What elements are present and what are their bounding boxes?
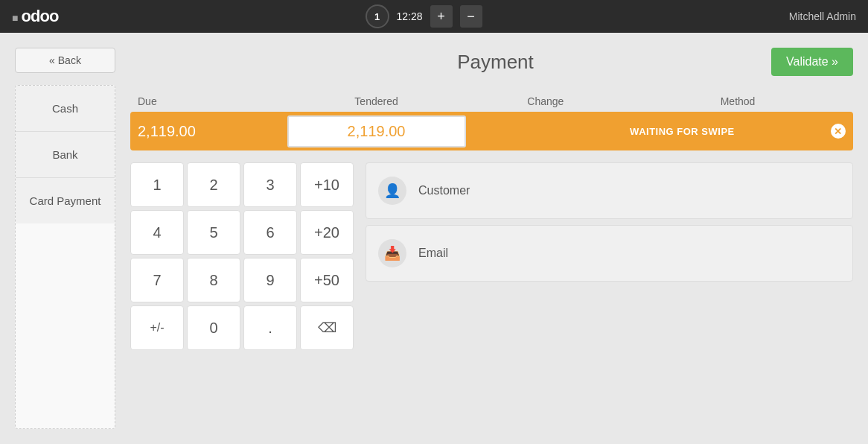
payment-method-cash[interactable]: Cash [16, 86, 115, 132]
main-content: « Back Cash Bank Card Payment Payment Va… [0, 33, 868, 444]
num-btn-plus20[interactable]: +20 [300, 210, 354, 255]
num-btn-8[interactable]: 8 [187, 258, 240, 302]
topbar-user: Mitchell Admin [789, 10, 856, 22]
email-button[interactable]: 📥 Email [366, 225, 853, 282]
topbar-center: 1 12:28 + − [366, 4, 482, 28]
right-panel: 👤 Customer 📥 Email [366, 162, 853, 429]
payment-row: 2,119.00 2,119.00 WAITING FOR SWIPE ✕ [130, 112, 853, 150]
num-btn-plus10[interactable]: +10 [300, 162, 354, 207]
topbar: ■ odoo 1 12:28 + − Mitchell Admin [0, 0, 868, 33]
num-btn-plus50[interactable]: +50 [300, 258, 354, 302]
num-btn-3[interactable]: 3 [243, 162, 297, 207]
col-due: Due [130, 95, 284, 107]
close-payment-button[interactable]: ✕ [831, 124, 846, 139]
num-btn-9[interactable]: 9 [243, 258, 297, 302]
customer-label: Customer [418, 184, 470, 197]
num-btn-backspace[interactable]: ⌫ [300, 305, 354, 350]
num-btn-dot[interactable]: . [243, 305, 297, 350]
topbar-time: 12:28 [397, 10, 423, 22]
col-tendered: Tendered [284, 95, 469, 107]
num-btn-6[interactable]: 6 [243, 210, 297, 255]
change-amount [469, 125, 623, 137]
center-panel: Payment Validate » Due Tendered Change M… [130, 48, 853, 429]
page-title-row: Payment Validate » [130, 48, 853, 76]
payment-table-header: Due Tendered Change Method [130, 91, 853, 112]
num-btn-1[interactable]: 1 [130, 162, 184, 207]
num-btn-7[interactable]: 7 [130, 258, 184, 302]
add-session-button[interactable]: + [430, 5, 453, 28]
num-btn-4[interactable]: 4 [130, 210, 184, 255]
num-btn-2[interactable]: 2 [187, 162, 240, 207]
validate-button[interactable]: Validate » [771, 48, 853, 76]
page-title: Payment [220, 51, 771, 74]
back-button[interactable]: « Back [15, 48, 115, 73]
customer-button[interactable]: 👤 Customer [366, 162, 853, 219]
col-change: Change [469, 95, 623, 107]
payment-method-card[interactable]: Card Payment [16, 178, 115, 223]
customer-icon: 👤 [378, 177, 406, 205]
due-amount: 2,119.00 [130, 117, 284, 146]
num-btn-plusminus[interactable]: +/- [130, 305, 184, 350]
payment-methods-list: Cash Bank Card Payment [15, 85, 115, 429]
bottom-row: 1 2 3 +10 4 5 6 +20 7 8 9 +50 +/- 0 . ⌫ [130, 162, 853, 429]
left-panel: « Back Cash Bank Card Payment [15, 48, 115, 429]
method-status: WAITING FOR SWIPE ✕ [622, 124, 853, 139]
email-icon: 📥 [378, 239, 406, 267]
num-btn-5[interactable]: 5 [187, 210, 240, 255]
minus-session-button[interactable]: − [460, 5, 482, 28]
email-label: Email [418, 247, 448, 260]
col-method: Method [622, 95, 853, 107]
payment-table: Due Tendered Change Method 2,119.00 2,11… [130, 91, 853, 150]
tendered-amount[interactable]: 2,119.00 [287, 115, 466, 148]
tendered-cell-wrapper: 2,119.00 [284, 112, 469, 150]
session-badge: 1 [366, 4, 389, 28]
num-btn-0[interactable]: 0 [187, 305, 240, 350]
odoo-logo: ■ odoo [12, 7, 58, 26]
payment-method-bank[interactable]: Bank [16, 132, 115, 178]
numpad: 1 2 3 +10 4 5 6 +20 7 8 9 +50 +/- 0 . ⌫ [130, 162, 354, 429]
